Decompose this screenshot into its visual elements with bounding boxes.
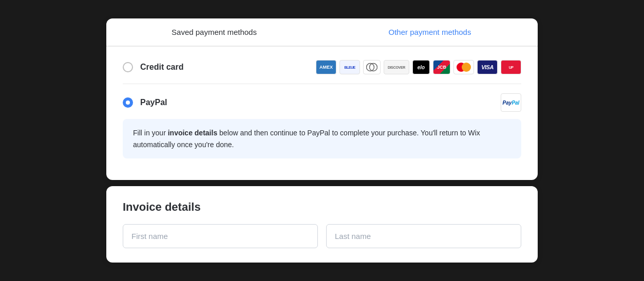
credit-card-label: Credit card <box>140 63 316 72</box>
paypal-option: PayPal PayPal Fill in your invoice detai… <box>123 84 521 168</box>
credit-card-icons: AMEX BLEUE DISCOVER elo JCB <box>316 60 521 74</box>
mastercard-icon <box>453 60 474 74</box>
tab-saved-payment-methods[interactable]: Saved payment methods <box>106 18 322 47</box>
tab-other-payment-methods[interactable]: Other payment methods <box>322 18 538 47</box>
last-name-input[interactable] <box>326 224 521 248</box>
credit-card-header: Credit card AMEX BLEUE DISCOVER <box>123 60 521 74</box>
paypal-header: PayPal PayPal <box>123 93 521 112</box>
bleue-icon: BLEUE <box>339 60 360 74</box>
last-name-field <box>326 224 521 248</box>
elo-icon: elo <box>412 60 430 74</box>
amex-icon: AMEX <box>316 60 336 74</box>
paypal-radio[interactable] <box>123 97 133 108</box>
paypal-info-box: Fill in your invoice details below and t… <box>123 119 521 158</box>
jcb-icon: JCB <box>433 60 450 74</box>
info-box-text: Fill in your invoice details below and t… <box>133 127 511 150</box>
unionpay-icon: UP <box>501 60 521 74</box>
diners-icon <box>363 60 381 74</box>
visa-icon: VISA <box>477 60 498 74</box>
paypal-logo-icon: PayPal <box>501 93 521 112</box>
first-name-field <box>123 224 318 248</box>
mc-orange <box>462 63 471 72</box>
paypal-label: PayPal <box>140 98 501 107</box>
first-name-input[interactable] <box>123 224 318 248</box>
discover-icon: DISCOVER <box>384 60 409 74</box>
credit-card-radio[interactable] <box>123 62 133 72</box>
credit-card-option: Credit card AMEX BLEUE DISCOVER <box>123 51 521 84</box>
invoice-form-row <box>123 224 521 248</box>
invoice-details-card: Invoice details <box>106 186 538 263</box>
paypal-text: PayPal <box>503 100 520 106</box>
invoice-details-bold: invoice details <box>168 129 217 137</box>
main-container: Saved payment methods Other payment meth… <box>106 18 538 263</box>
tabs-row: Saved payment methods Other payment meth… <box>106 18 538 47</box>
payment-methods-card: Saved payment methods Other payment meth… <box>106 18 538 180</box>
payment-options-list: Credit card AMEX BLEUE DISCOVER <box>106 47 538 180</box>
invoice-title: Invoice details <box>123 200 521 214</box>
